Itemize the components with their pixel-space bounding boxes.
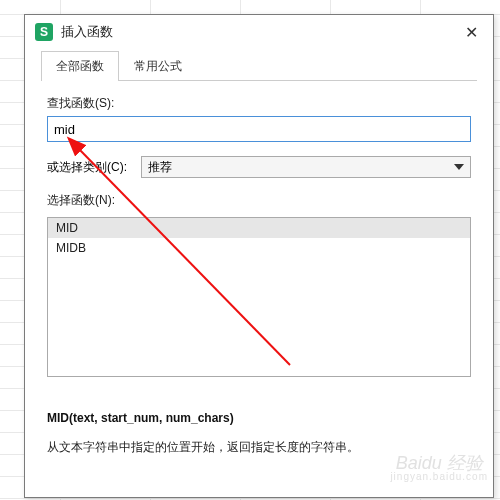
search-label: 查找函数(S):	[47, 95, 471, 112]
function-description: MID(text, start_num, num_chars) 从文本字符串中指…	[47, 411, 471, 456]
app-icon: S	[35, 23, 53, 41]
category-label: 或选择类别(C):	[47, 159, 127, 176]
category-select[interactable]: 推荐	[141, 156, 471, 178]
tab-all-functions[interactable]: 全部函数	[41, 51, 119, 81]
function-signature: MID(text, start_num, num_chars)	[47, 411, 471, 425]
insert-function-dialog: S 插入函数 ✕ 全部函数 常用公式 查找函数(S): 或选择类别(C): 推荐…	[24, 14, 494, 498]
list-item[interactable]: MID	[48, 218, 470, 238]
function-detail: 从文本字符串中指定的位置开始，返回指定长度的字符串。	[47, 439, 471, 456]
list-item[interactable]: MIDB	[48, 238, 470, 258]
close-icon[interactable]: ✕	[459, 23, 483, 42]
titlebar: S 插入函数 ✕	[25, 15, 493, 49]
dialog-body: 查找函数(S): 或选择类别(C): 推荐 选择函数(N): MID MIDB …	[25, 81, 493, 497]
category-row: 或选择类别(C): 推荐	[47, 156, 471, 178]
search-input[interactable]	[47, 116, 471, 142]
category-selected-value: 推荐	[148, 159, 172, 176]
tab-bar: 全部函数 常用公式	[41, 51, 477, 81]
function-listbox[interactable]: MID MIDB	[47, 217, 471, 377]
function-list-label: 选择函数(N):	[47, 192, 471, 209]
dialog-title: 插入函数	[61, 23, 459, 41]
chevron-down-icon	[454, 164, 464, 170]
tab-common-formulas[interactable]: 常用公式	[119, 51, 197, 81]
